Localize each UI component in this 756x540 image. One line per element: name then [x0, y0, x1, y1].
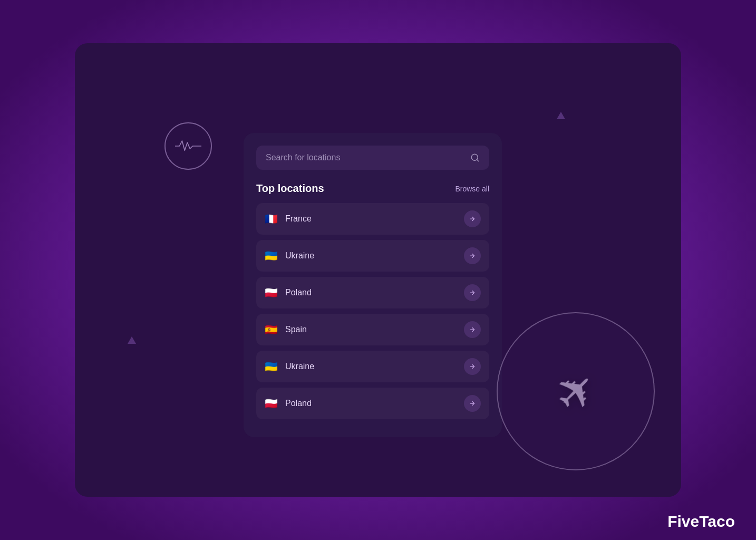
location-item[interactable]: 🇺🇦Ukraine [256, 240, 489, 272]
search-input[interactable] [266, 153, 465, 162]
airplane-icon: ✈ [542, 358, 609, 425]
airplane-circle: ✈ [497, 312, 655, 470]
decorative-triangle-2 [128, 336, 136, 344]
outer-background: Top locations Browse all 🇫🇷France🇺🇦Ukrai… [0, 0, 756, 540]
country-flag: 🇪🇸 [265, 323, 278, 336]
country-name: Ukraine [285, 251, 464, 261]
country-flag: 🇺🇦 [265, 249, 278, 262]
page-branding: FiveTaco [667, 513, 735, 531]
location-item[interactable]: 🇵🇱Poland [256, 388, 489, 419]
locations-header: Top locations Browse all [256, 182, 489, 195]
country-name: Ukraine [285, 362, 464, 371]
country-flag: 🇫🇷 [265, 213, 278, 225]
main-card: Top locations Browse all 🇫🇷France🇺🇦Ukrai… [75, 43, 681, 497]
location-arrow-button[interactable] [464, 247, 481, 264]
location-item[interactable]: 🇺🇦Ukraine [256, 351, 489, 382]
location-arrow-button[interactable] [464, 395, 481, 412]
main-panel: Top locations Browse all 🇫🇷France🇺🇦Ukrai… [244, 133, 502, 437]
svg-line-1 [477, 159, 478, 161]
brand-text: FiveTaco [667, 513, 735, 530]
country-flag: 🇵🇱 [265, 286, 278, 299]
pulse-icon-circle [164, 122, 212, 170]
brand-part2: Taco [699, 513, 735, 530]
country-flag: 🇵🇱 [265, 397, 278, 410]
top-locations-title: Top locations [256, 182, 324, 195]
location-arrow-button[interactable] [464, 321, 481, 338]
location-item[interactable]: 🇫🇷France [256, 203, 489, 235]
country-name: Poland [285, 399, 464, 408]
browse-all-button[interactable]: Browse all [455, 185, 489, 193]
country-name: Spain [285, 325, 464, 334]
search-icon [470, 153, 480, 162]
country-flag: 🇺🇦 [265, 360, 278, 373]
country-name: France [285, 214, 464, 224]
location-item[interactable]: 🇪🇸Spain [256, 314, 489, 345]
location-item[interactable]: 🇵🇱Poland [256, 277, 489, 308]
location-arrow-button[interactable] [464, 358, 481, 375]
location-list: 🇫🇷France🇺🇦Ukraine🇵🇱Poland🇪🇸Spain🇺🇦Ukrain… [256, 203, 489, 419]
brand-part1: Five [667, 513, 699, 530]
location-arrow-button[interactable] [464, 210, 481, 227]
pulse-icon-svg [175, 138, 201, 154]
search-bar [256, 146, 489, 170]
country-name: Poland [285, 288, 464, 297]
decorative-triangle-1 [557, 112, 565, 119]
location-arrow-button[interactable] [464, 284, 481, 301]
